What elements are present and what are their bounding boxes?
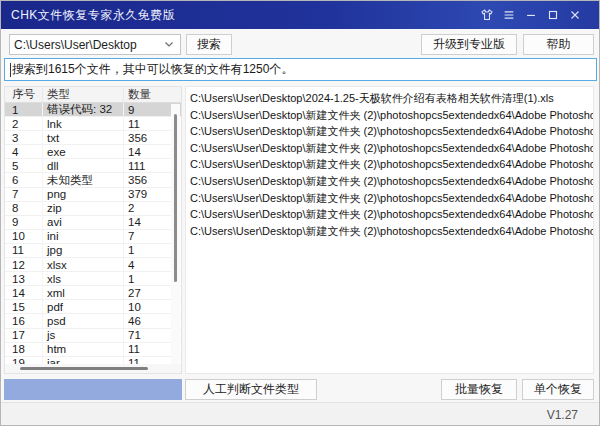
file-path-item[interactable]: C:\Users\User\Desktop\新建文件夹 (2)\photosho… xyxy=(190,107,593,124)
table-row[interactable]: 4exe14 xyxy=(5,145,181,159)
file-path-item[interactable]: C:\Users\User\Desktop\新建文件夹 (2)\photosho… xyxy=(190,156,593,173)
table-row[interactable]: 8zip2 xyxy=(5,202,181,216)
row-type: xls xyxy=(43,272,124,285)
row-index: 6 xyxy=(5,173,43,186)
row-index: 9 xyxy=(5,216,43,229)
horizontal-scrollbar-thumb[interactable] xyxy=(20,367,148,370)
search-result-message[interactable]: 搜索到1615个文件，其中可以恢复的文件有1250个。 xyxy=(4,58,597,81)
file-type-table: 序号 类型 数量 1错误代码: 3292lnk113txt3564exe145d… xyxy=(4,86,182,374)
row-index: 8 xyxy=(5,202,43,215)
file-path-list: C:\Users\User\Desktop\2024-1.25-天极软件介绍有表… xyxy=(185,86,594,374)
menu-icon[interactable] xyxy=(500,7,517,24)
file-path-item[interactable]: C:\Users\User\Desktop\新建文件夹 (2)\photosho… xyxy=(190,206,593,223)
row-count: 9 xyxy=(124,104,169,116)
table-row[interactable]: 7png379 xyxy=(5,188,181,202)
header-count[interactable]: 数量 xyxy=(124,87,169,102)
row-index: 10 xyxy=(5,230,43,243)
row-index: 3 xyxy=(5,131,43,144)
search-button[interactable]: 搜索 xyxy=(186,34,232,55)
close-button[interactable] xyxy=(566,7,583,24)
file-path-item[interactable]: C:\Users\User\Desktop\新建文件夹 (2)\photosho… xyxy=(190,223,593,240)
path-value: C:\Users\User\Desktop xyxy=(14,38,164,52)
table-row[interactable]: 19jar11 xyxy=(5,357,181,364)
table-row[interactable]: 15pdf10 xyxy=(5,300,181,314)
table-row[interactable]: 12xlsx4 xyxy=(5,258,181,272)
table-row[interactable]: 10ini7 xyxy=(5,230,181,244)
help-button[interactable]: 帮助 xyxy=(523,34,594,55)
vertical-scrollbar-thumb[interactable] xyxy=(174,114,177,282)
table-row[interactable]: 11jpg1 xyxy=(5,244,181,258)
row-count: 11 xyxy=(124,357,169,364)
row-count: 2 xyxy=(124,202,169,214)
manual-judge-button[interactable]: 人工判断文件类型 xyxy=(185,379,317,400)
header-type[interactable]: 类型 xyxy=(43,87,124,102)
minimize-button[interactable] xyxy=(522,7,539,24)
row-index: 7 xyxy=(5,188,43,201)
row-count: 1 xyxy=(124,273,169,285)
row-type: avi xyxy=(43,216,124,229)
row-type: png xyxy=(43,188,124,201)
table-row[interactable]: 1错误代码: 329 xyxy=(5,103,181,117)
row-type: 错误代码: 32 xyxy=(43,103,124,116)
table-row[interactable]: 2lnk11 xyxy=(5,117,181,131)
upgrade-to-pro-button[interactable]: 升级到专业版 xyxy=(421,34,517,55)
row-type: htm xyxy=(43,343,124,356)
file-path-item[interactable]: C:\Users\User\Desktop\新建文件夹 (2)\photosho… xyxy=(190,190,593,207)
row-count: 356 xyxy=(124,174,169,186)
table-row[interactable]: 16psd46 xyxy=(5,314,181,328)
row-count: 356 xyxy=(124,132,169,144)
row-count: 11 xyxy=(124,118,169,130)
app-window: CHK文件恢复专家永久免费版 xyxy=(0,0,600,426)
table-row[interactable]: 5dll111 xyxy=(5,159,181,173)
row-count: 71 xyxy=(124,329,169,341)
maximize-button[interactable] xyxy=(544,7,561,24)
table-row[interactable]: 13xls1 xyxy=(5,272,181,286)
row-count: 379 xyxy=(124,188,169,200)
file-path-item[interactable]: C:\Users\User\Desktop\新建文件夹 (2)\photosho… xyxy=(190,173,593,190)
row-count: 7 xyxy=(124,230,169,242)
horizontal-scrollbar[interactable] xyxy=(5,364,181,373)
file-path-item[interactable]: C:\Users\User\Desktop\新建文件夹 (2)\photosho… xyxy=(190,123,593,140)
row-type: js xyxy=(43,329,124,342)
path-combobox[interactable]: C:\Users\User\Desktop xyxy=(9,34,181,55)
row-index: 5 xyxy=(5,159,43,172)
titlebar-controls xyxy=(478,7,599,24)
file-path-item[interactable]: C:\Users\User\Desktop\新建文件夹 (2)\photosho… xyxy=(190,140,593,157)
row-type: jar xyxy=(43,357,124,364)
row-count: 14 xyxy=(124,216,169,228)
row-type: txt xyxy=(43,131,124,144)
table-header: 序号 类型 数量 xyxy=(5,87,181,103)
table-row[interactable]: 18htm11 xyxy=(5,343,181,357)
single-recover-button[interactable]: 单个恢复 xyxy=(522,379,594,400)
toolbar: C:\Users\User\Desktop 搜索 升级到专业版 帮助 xyxy=(1,34,599,55)
batch-recover-button[interactable]: 批量恢复 xyxy=(441,379,517,400)
progress-bar xyxy=(4,379,182,400)
row-type: dll xyxy=(43,159,124,172)
table-row[interactable]: 14xml27 xyxy=(5,286,181,300)
row-index: 18 xyxy=(5,343,43,356)
row-count: 10 xyxy=(124,301,169,313)
row-count: 111 xyxy=(124,160,169,172)
vertical-scrollbar[interactable] xyxy=(171,104,180,364)
table-row[interactable]: 17js71 xyxy=(5,329,181,343)
titlebar[interactable]: CHK文件恢复专家永久免费版 xyxy=(1,1,599,29)
row-index: 2 xyxy=(5,117,43,130)
row-index: 4 xyxy=(5,145,43,158)
row-type: psd xyxy=(43,314,124,327)
file-path-item[interactable]: C:\Users\User\Desktop\2024-1.25-天极软件介绍有表… xyxy=(190,90,593,107)
table-row[interactable]: 9avi14 xyxy=(5,216,181,230)
row-index: 13 xyxy=(5,272,43,285)
row-type: pdf xyxy=(43,300,124,313)
table-row[interactable]: 6未知类型356 xyxy=(5,173,181,187)
skin-icon[interactable] xyxy=(478,7,495,24)
table-row[interactable]: 3txt356 xyxy=(5,131,181,145)
row-count: 11 xyxy=(124,343,169,355)
row-count: 4 xyxy=(124,259,169,271)
row-index: 12 xyxy=(5,258,43,271)
row-index: 14 xyxy=(5,286,43,299)
table-body: 1错误代码: 3292lnk113txt3564exe145dll1116未知类… xyxy=(5,103,181,364)
header-index[interactable]: 序号 xyxy=(5,87,43,102)
chevron-down-icon[interactable] xyxy=(164,41,176,48)
row-type: exe xyxy=(43,145,124,158)
search-result-text: 搜索到1615个文件，其中可以恢复的文件有1250个。 xyxy=(12,61,293,78)
